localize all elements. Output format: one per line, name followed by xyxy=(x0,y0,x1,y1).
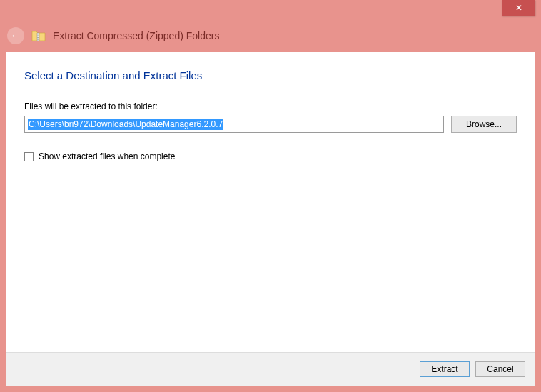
titlebar: ✕ xyxy=(6,0,535,24)
content-area: Select a Destination and Extract Files F… xyxy=(6,52,535,352)
svg-rect-2 xyxy=(37,36,39,36)
svg-rect-1 xyxy=(37,34,39,34)
extract-button[interactable]: Extract xyxy=(420,361,470,377)
show-extracted-label: Show extracted files when complete xyxy=(39,151,175,161)
close-icon: ✕ xyxy=(515,3,522,13)
header-title: Extract Compressed (Zipped) Folders xyxy=(53,30,219,41)
cancel-button[interactable]: Cancel xyxy=(475,361,525,377)
main-heading: Select a Destination and Extract Files xyxy=(24,69,517,81)
path-row: C:\Users\bri972\Downloads\UpdateManager6… xyxy=(24,116,517,133)
window-frame: ✕ ← Extract Compressed (Zipped) Folders … xyxy=(0,0,541,392)
path-selected-text: C:\Users\bri972\Downloads\UpdateManager6… xyxy=(28,119,223,130)
folder-label: Files will be extracted to this folder: xyxy=(24,101,517,111)
header-bar: ← Extract Compressed (Zipped) Folders xyxy=(6,24,535,52)
svg-rect-3 xyxy=(37,37,39,38)
svg-rect-4 xyxy=(37,39,39,40)
show-extracted-checkbox[interactable] xyxy=(24,152,34,161)
back-button[interactable]: ← xyxy=(7,27,24,44)
show-extracted-checkbox-row[interactable]: Show extracted files when complete xyxy=(24,151,517,161)
zipped-folder-icon xyxy=(31,29,46,43)
back-arrow-icon: ← xyxy=(10,29,21,42)
browse-button[interactable]: Browse... xyxy=(451,116,517,133)
footer-bar: Extract Cancel xyxy=(6,352,535,386)
destination-path-input[interactable]: C:\Users\bri972\Downloads\UpdateManager6… xyxy=(24,116,444,133)
close-button[interactable]: ✕ xyxy=(502,0,535,16)
